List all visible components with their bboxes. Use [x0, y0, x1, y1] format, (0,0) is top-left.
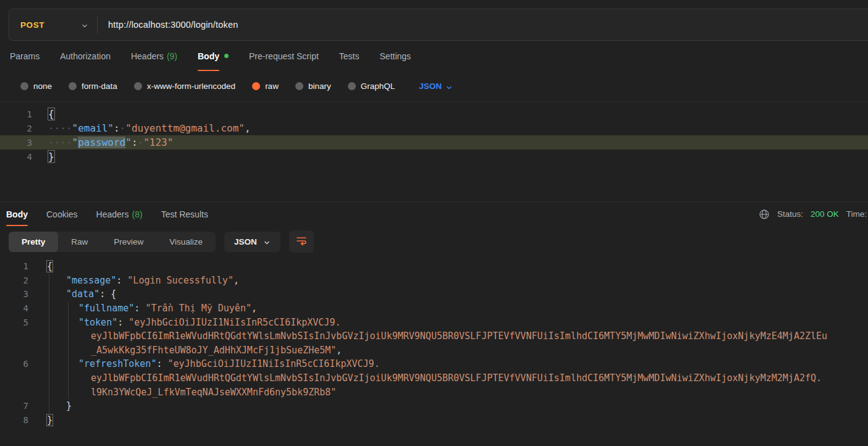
response-language-selector[interactable]: JSON	[224, 232, 280, 252]
code-line[interactable]: 4}	[0, 149, 868, 164]
postman-window: POST http://localhost:3000/login/token P…	[0, 0, 868, 446]
line-number: 8	[0, 415, 28, 425]
method-selector[interactable]: POST	[9, 20, 97, 30]
radio-binary[interactable]: binary	[295, 82, 331, 91]
status-label: Status:	[777, 209, 803, 219]
code-line[interactable]: eyJlbWFpbCI6ImR1eWVudHRtQGdtYWlsLmNvbSIs…	[0, 329, 868, 343]
response-tab-body[interactable]: Body	[6, 202, 28, 226]
body-type-row: none form-data x-www-form-urlencoded raw…	[0, 71, 868, 102]
code-line[interactable]: 2 "message": "Login Sucessfully",	[0, 274, 868, 288]
code-line[interactable]: 3 "data": {	[0, 287, 868, 301]
code-line[interactable]: 1{	[0, 259, 868, 274]
code-line[interactable]: 5 "token": "eyJhbGciOiJIUzI1NiIsInR5cCI6…	[0, 315, 868, 329]
code-line[interactable]: 7 }	[0, 399, 868, 413]
response-tab-test-results[interactable]: Test Results	[161, 202, 208, 226]
line-number: 7	[0, 401, 28, 411]
tab-tests[interactable]: Tests	[339, 41, 360, 71]
code-line[interactable]: 8}	[0, 413, 868, 427]
code-text: }	[28, 414, 53, 426]
body-content-dot	[224, 54, 229, 58]
request-body-editor[interactable]: 1{2····"email":·"duyenttm@gmail.com",3··…	[0, 102, 868, 201]
code-text: eyJlbWFpbCI6ImR1eWVudHRtQGdtYWlsLmNvbSIs…	[28, 330, 827, 342]
tab-pre-request-script[interactable]: Pre-request Script	[249, 41, 319, 71]
radio-selected-icon	[252, 82, 260, 90]
code-text: "data": {	[28, 288, 116, 300]
code-text: {	[32, 108, 54, 120]
code-text: }	[32, 151, 54, 162]
line-number: 3	[0, 138, 32, 148]
code-line[interactable]: _A5wkKkg35fFhteUW8oJY_AdHhXJMcFj1jbSueZH…	[0, 343, 868, 358]
request-language-selector[interactable]: JSON	[419, 82, 453, 91]
radio-x-www-form-urlencoded[interactable]: x-www-form-urlencoded	[134, 82, 235, 91]
line-number: 2	[0, 276, 28, 285]
time-label: Time:	[846, 209, 867, 219]
line-number: 1	[0, 109, 32, 119]
code-line[interactable]: 2····"email":·"duyenttm@gmail.com",	[0, 121, 868, 135]
code-text: "refreshToken": "eyJhbGciOiJIUzI1NiIsInR…	[28, 358, 380, 369]
radio-circle-icon	[69, 82, 77, 90]
radio-circle-icon	[348, 82, 356, 90]
line-number: 4	[0, 303, 28, 313]
line-number: 5	[0, 318, 28, 327]
response-meta: Status: 200 OK Time:	[759, 202, 868, 226]
request-url-bar: POST http://localhost:3000/login/token	[9, 9, 868, 41]
tab-settings[interactable]: Settings	[380, 41, 411, 71]
tab-authorization[interactable]: Authorization	[60, 41, 111, 71]
headers-count: (9)	[167, 51, 177, 61]
wrap-text-button[interactable]	[289, 230, 314, 253]
code-text: eyJlbWFpbCI6ImR1eWVudHRtQGdtYWlsLmNvbSIs…	[28, 372, 822, 384]
radio-form-data[interactable]: form-data	[69, 82, 117, 91]
radio-circle-icon	[134, 82, 142, 90]
line-number: 4	[0, 152, 32, 162]
line-number: 3	[0, 289, 28, 299]
line-number: 2	[0, 124, 32, 133]
code-line[interactable]: 6 "refreshToken": "eyJhbGciOiJIUzI1NiIsI…	[0, 357, 868, 371]
tab-headers[interactable]: Headers(9)	[131, 41, 177, 71]
indent-guide	[49, 274, 49, 413]
code-text: ····"password":·"123"	[32, 137, 173, 148]
view-pretty-button[interactable]: Pretty	[9, 232, 58, 252]
line-number: 1	[0, 261, 28, 271]
chevron-down-icon	[263, 238, 271, 245]
radio-circle-icon	[20, 82, 28, 90]
code-line[interactable]: l9Kn3YWcQeJ_LfkVmTeqNAJseWXXMnFd6ny5bk9Z…	[0, 385, 868, 399]
response-header: Body Cookies Headers(8) Test Results Sta…	[0, 201, 868, 226]
radio-none[interactable]: none	[20, 82, 52, 91]
code-text: {	[28, 261, 53, 272]
response-view-switcher: Pretty Raw Preview Visualize	[9, 232, 216, 252]
globe-icon[interactable]	[759, 209, 770, 220]
code-line[interactable]: 3····"password":·"123"	[0, 135, 868, 149]
response-tab-headers[interactable]: Headers(8)	[96, 202, 143, 226]
radio-graphql[interactable]: GraphQL	[348, 82, 395, 91]
status-value: 200 OK	[811, 209, 839, 219]
chevron-down-icon	[81, 21, 88, 28]
code-line[interactable]: eyJlbWFpbCI6ImR1eWVudHRtQGdtYWlsLmNvbSIs…	[0, 371, 868, 385]
view-visualize-button[interactable]: Visualize	[156, 232, 216, 252]
request-tabs: Params Authorization Headers(9) Body Pre…	[0, 41, 868, 71]
code-line[interactable]: 4 "fullname": "Trần Thị Mỹ Duyên",	[0, 301, 868, 316]
indent-guide	[68, 301, 69, 399]
code-text: }	[28, 400, 72, 411]
divider	[97, 16, 98, 33]
response-headers-count: (8)	[132, 209, 143, 219]
tab-body[interactable]: Body	[198, 41, 229, 71]
response-tab-cookies[interactable]: Cookies	[46, 202, 78, 226]
url-input[interactable]: http://localhost:3000/login/token	[108, 20, 238, 30]
view-raw-button[interactable]: Raw	[58, 232, 101, 252]
chevron-down-icon	[445, 83, 453, 90]
view-preview-button[interactable]: Preview	[101, 232, 156, 252]
response-view-row: Pretty Raw Preview Visualize JSON	[0, 226, 868, 257]
tab-params[interactable]: Params	[10, 41, 40, 71]
radio-raw[interactable]: raw	[252, 82, 279, 91]
code-text: "token": "eyJhbGciOiJIUzI1NiIsInR5cCI6Ik…	[28, 317, 340, 328]
response-tabs: Body Cookies Headers(8) Test Results	[6, 202, 208, 226]
code-text: l9Kn3YWcQeJ_LfkVmTeqNAJseWXXMnFd6ny5bk9Z…	[28, 387, 336, 398]
method-label: POST	[20, 20, 44, 30]
code-text: "fullname": "Trần Thị Mỹ Duyên",	[28, 303, 257, 314]
line-number: 6	[0, 359, 28, 369]
code-text: ····"email":·"duyenttm@gmail.com",	[32, 122, 251, 134]
response-body-editor[interactable]: 1{2 "message": "Login Sucessfully",3 "da…	[0, 257, 868, 445]
code-line[interactable]: 1{	[0, 107, 868, 121]
wrap-text-icon	[295, 234, 308, 249]
radio-circle-icon	[295, 82, 303, 90]
